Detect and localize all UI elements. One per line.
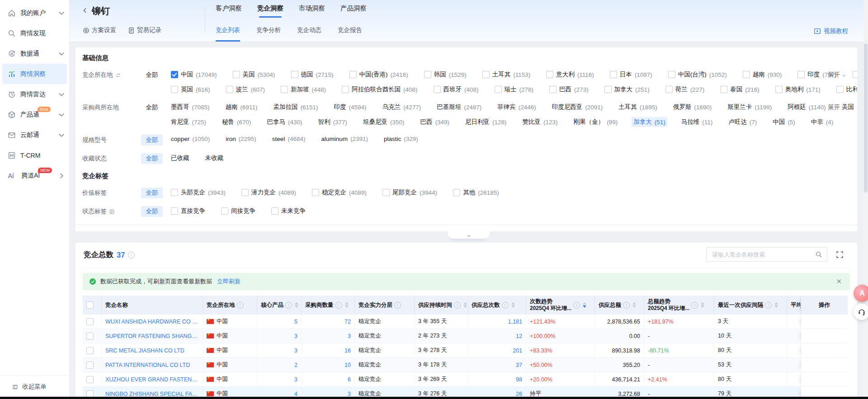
checkbox[interactable]	[775, 86, 783, 93]
sidebar-item-data-hub[interactable]: 数据通	[0, 43, 69, 64]
filter-option[interactable]: 荷兰(227)	[664, 84, 707, 94]
sort-icon[interactable]	[701, 302, 704, 308]
tab-客户洞察[interactable]: 客户洞察	[216, 4, 242, 18]
filter-option[interactable]: 其他(26185)	[451, 188, 501, 197]
filter-option[interactable]: 巴拿马(430)	[265, 117, 304, 127]
filter-option[interactable]: 孟加拉国(6151)	[272, 102, 320, 112]
filter-option[interactable]: 英国(616)	[169, 84, 212, 94]
filter-option[interactable]: 墨西哥(7085)	[169, 102, 212, 112]
filter-option[interactable]: 西班牙(408)	[432, 84, 481, 94]
subtab-竞企动态[interactable]: 竞企动态	[297, 24, 321, 42]
info-icon[interactable]: i	[573, 302, 580, 309]
checkbox[interactable]	[171, 207, 178, 215]
checkbox[interactable]	[312, 189, 319, 196]
filter-option[interactable]: 印度(4594)	[332, 102, 368, 112]
checkbox[interactable]	[665, 86, 673, 93]
filter-option[interactable]: 巴西(273)	[547, 84, 590, 94]
company-name-link[interactable]: PATTA INTERNATIONAL CO LTD	[105, 362, 190, 368]
info-icon[interactable]: i	[502, 302, 509, 309]
info-icon[interactable]: i	[691, 302, 698, 309]
filter-option[interactable]: 尾部竞企(3944)	[381, 188, 439, 197]
checkbox[interactable]	[271, 207, 278, 215]
checkbox[interactable]	[668, 71, 675, 78]
fullscreen-icon[interactable]	[836, 251, 844, 258]
filter-option[interactable]: 赞比亚(123)	[521, 117, 560, 127]
filter-option[interactable]: 越南(6911)	[224, 102, 259, 112]
tab-竞企洞察[interactable]: 竞企洞察	[257, 4, 283, 18]
tool-trade-records[interactable]: 贸易记录	[128, 26, 161, 34]
sort-icon[interactable]	[463, 302, 467, 308]
filter-option[interactable]: aluminum(2391)	[319, 135, 370, 143]
filter-option[interactable]: 马拉维(11)	[679, 117, 715, 127]
sidebar-item-discovery[interactable]: 商情发现	[0, 23, 69, 43]
row-checkbox[interactable]	[86, 376, 94, 383]
select-all-checkbox[interactable]	[86, 301, 94, 309]
info-icon[interactable]: i	[394, 302, 401, 309]
sidebar-item-t-crm[interactable]: T-CRM	[0, 145, 69, 165]
filter-option[interactable]: 中国(台湾)(1052)	[666, 70, 729, 80]
company-name-link[interactable]: XUZHOU EVER GRAND FASTENERS...	[105, 376, 199, 383]
core-products-cell[interactable]: 5	[257, 315, 302, 329]
info-icon[interactable]: i	[237, 302, 244, 309]
scrollbar-thumb[interactable]	[864, 43, 868, 192]
expand-button[interactable]: 展开	[828, 71, 846, 79]
filter-option[interactable]: 意大利(1116)	[544, 70, 596, 80]
search-icon[interactable]	[815, 251, 822, 258]
filter-option[interactable]: 韩国(1529)	[422, 70, 468, 80]
info-icon[interactable]: i	[765, 302, 772, 309]
filter-option[interactable]: 直接竞争	[169, 206, 207, 216]
checkbox[interactable]	[233, 71, 240, 78]
checkbox[interactable]	[546, 71, 553, 78]
filter-option[interactable]: 刚果（金）(99)	[572, 117, 620, 127]
buyer-count-cell[interactable]: 72	[302, 315, 355, 329]
filter-option[interactable]: 中国(香港)(2416)	[348, 70, 410, 80]
buyer-count-cell[interactable]: 16	[302, 343, 355, 357]
filter-option[interactable]: 波兰(607)	[224, 84, 267, 94]
supply-times-cell[interactable]: 98	[468, 372, 526, 386]
filter-all-button[interactable]: 全部	[141, 70, 163, 80]
filter-option[interactable]: 间接竞争	[219, 206, 257, 216]
checkbox[interactable]	[241, 189, 249, 196]
sort-icon[interactable]	[774, 302, 778, 308]
checkbox[interactable]	[342, 86, 349, 93]
supply-times-cell[interactable]: 201	[468, 343, 526, 357]
checkbox[interactable]	[482, 71, 490, 78]
filter-option[interactable]: 潜力竞企(4089)	[240, 188, 298, 197]
checkbox[interactable]	[853, 71, 857, 78]
checkbox[interactable]	[382, 189, 390, 196]
filter-option[interactable]: 俄罗斯(1690)	[671, 102, 714, 112]
collapse-menu-button[interactable]: 收起菜单	[0, 376, 69, 395]
filter-option[interactable]: 泰国(216)	[718, 84, 761, 94]
filter-option[interactable]: steel(4684)	[270, 135, 307, 143]
filter-option[interactable]: 巴西(349)	[419, 117, 452, 127]
row-checkbox[interactable]	[86, 347, 94, 354]
filter-option[interactable]: 瑞士(278)	[493, 84, 536, 94]
info-icon[interactable]: i	[128, 252, 135, 258]
checkbox[interactable]	[291, 71, 298, 78]
filter-option[interactable]: 阿根廷(1140)	[786, 102, 828, 112]
refresh-now-link[interactable]: 立即刷新	[217, 277, 241, 286]
supply-times-cell[interactable]: 1,181	[468, 315, 526, 329]
filter-option[interactable]: 中国(17049)	[169, 70, 219, 80]
filter-option[interactable]: 越南(930)	[741, 70, 784, 80]
sort-icon[interactable]	[345, 302, 349, 308]
checkbox[interactable]	[221, 207, 228, 215]
filter-option[interactable]: 比利时(164)	[835, 84, 857, 94]
company-name-link[interactable]: NINGBO ZHISHANG SPECIAL FAST...	[105, 391, 199, 397]
filter-collapse-tab[interactable]	[448, 231, 490, 239]
supply-times-cell[interactable]: 12	[468, 329, 526, 343]
info-icon[interactable]: i	[454, 302, 461, 309]
row-checkbox[interactable]	[86, 361, 94, 369]
filter-option[interactable]: 卢旺达(7)	[726, 117, 759, 127]
filter-option[interactable]: 美国(5304)	[231, 70, 277, 80]
filter-option[interactable]: 斯里兰卡(1199)	[726, 102, 774, 112]
checkbox[interactable]	[720, 86, 727, 93]
company-name-link[interactable]: SRC METAL JIASHAN CO LTD	[105, 347, 184, 354]
row-checkbox[interactable]	[86, 318, 94, 325]
customer-service-button[interactable]	[854, 304, 868, 320]
filter-option[interactable]: 肯尼亚(725)	[169, 117, 208, 127]
checkbox[interactable]	[226, 86, 233, 93]
checkbox[interactable]	[743, 71, 750, 78]
info-icon[interactable]: i	[335, 302, 342, 309]
checkbox[interactable]	[349, 71, 357, 78]
